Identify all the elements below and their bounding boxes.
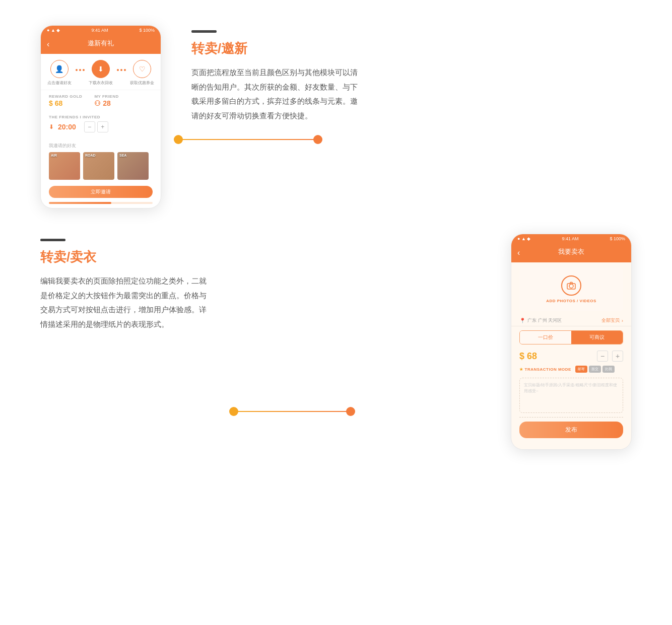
transaction-label: ★ TRANSACTION MODE <box>519 367 571 372</box>
fixed-price-button[interactable]: 一口价 <box>520 331 571 344</box>
tx-badge-1[interactable]: 邮寄 <box>575 366 587 373</box>
friend-card-air: AIR <box>49 152 80 180</box>
phone2-back-arrow[interactable]: ‹ <box>517 248 520 257</box>
connector-line-2 <box>229 410 355 412</box>
price-row: $ 68 − + <box>511 349 631 364</box>
price-type-row: 一口价 可商议 <box>519 330 623 344</box>
location-row: 📍 广东 广州 天河区 全部宝贝 › <box>511 315 631 326</box>
reward-gold-value: $ 68 <box>49 99 62 107</box>
top-section: ● ▲ ◆ 9:41 AM $ 100% ‹ 邀新有礼 👤 点击邀请好友 ⬇ 下… <box>0 5 672 209</box>
phone1-back-arrow[interactable]: ‹ <box>47 40 49 49</box>
phone1-status-right: $ 100% <box>139 28 155 33</box>
invite-progress-fill <box>49 202 111 204</box>
step1-label: 点击邀请好友 <box>47 80 72 86</box>
countdown-controls: − + <box>84 121 108 132</box>
dot5 <box>120 69 122 71</box>
invite-progress-bar <box>49 202 153 204</box>
invite-button[interactable]: 立即邀请 <box>49 186 153 198</box>
phone1-steps: 👤 点击邀请好友 ⬇ 下载衣衣回收 ♡ 获取优惠券金 <box>41 54 161 90</box>
step-coupon-icon: ♡ <box>133 60 151 78</box>
friends-title: 我邀请的好友 <box>49 143 153 149</box>
step-dots-1 <box>76 69 85 71</box>
top-text-panel: 转卖/邀新 页面把流程放至当前且颜色区别与其他模块可以清晰的告知用户。其次所获的… <box>161 20 632 123</box>
invited-label: THE FRIENDS I INVITED <box>49 115 153 119</box>
star-icon: ★ <box>519 367 523 372</box>
step-download: ⬇ 下载衣衣回收 <box>88 60 113 86</box>
reward-friend: MY FRIEND ⚇ 28 <box>94 94 118 108</box>
negotiable-price-button[interactable]: 可商议 <box>571 331 623 344</box>
price-controls: − + <box>597 351 623 362</box>
dot3 <box>83 69 85 71</box>
connector-dot-left-2 <box>229 407 238 416</box>
dot4 <box>117 69 119 71</box>
tx-label-text: TRANSACTION MODE <box>525 367 571 372</box>
reward-gold: REWARD GOLD $ 68 <box>49 94 82 108</box>
increment-button[interactable]: + <box>97 121 108 132</box>
reward-row: REWARD GOLD $ 68 MY FRIEND ⚇ 28 <box>49 94 153 108</box>
location-left: 📍 广东 广州 天河区 <box>519 317 562 324</box>
pin-icon: 📍 <box>519 318 525 323</box>
phone2-status-left: ● ▲ ◆ <box>517 236 530 241</box>
camera-icon <box>561 275 581 296</box>
phone1-header: ‹ 邀新有礼 <box>41 35 161 54</box>
connector-dot-left-1 <box>174 135 183 144</box>
svg-point-0 <box>569 284 573 288</box>
step-download-icon: ⬇ <box>92 60 110 78</box>
top-section-title: 转卖/邀新 <box>191 40 632 57</box>
publish-button[interactable]: 发布 <box>519 422 623 438</box>
dot6 <box>124 69 126 71</box>
location-right-text: 全部宝贝 <box>601 317 620 324</box>
dot1 <box>76 69 78 71</box>
connector-dot-right-2 <box>346 407 355 416</box>
upload-text: ADD PHOTOS / VIDEOS <box>527 299 615 303</box>
card-air-label: AIR <box>49 152 80 159</box>
location-right[interactable]: 全部宝贝 › <box>601 317 623 324</box>
countdown-time: 20:00 <box>58 123 76 131</box>
card-sea-label: SEA <box>117 152 149 159</box>
step-invite-icon: 👤 <box>50 60 69 78</box>
transaction-row: ★ TRANSACTION MODE 邮寄 面交 比我 <box>511 364 631 375</box>
description-textarea[interactable]: 宝贝标题/转手原因/入手渠道/粗略尺寸/新旧程度和使用感受~ <box>519 378 623 413</box>
dashed-divider <box>519 417 623 418</box>
bottom-text-panel: 转卖/卖衣 编辑我要卖衣的页面除拍照定位功能之类外，二就是价格定义的大按钮作为最… <box>40 234 511 331</box>
friend-value: ⚇ 28 <box>94 99 110 107</box>
connector-line-1 <box>174 138 322 140</box>
phone2-header: ‹ 我要卖衣 <box>511 243 631 262</box>
top-section-divider <box>191 30 217 33</box>
friends-cards: AIR ROAD SEA <box>49 152 153 180</box>
phone1-my-friends: 我邀请的好友 AIR ROAD SEA <box>41 141 161 184</box>
chevron-right-icon: › <box>622 318 623 323</box>
card-road-label: ROAD <box>83 152 114 159</box>
countdown-arrow-icon: ⬇ <box>49 123 54 130</box>
tx-badge-3[interactable]: 比我 <box>602 366 615 373</box>
step-coupon: ♡ 获取优惠券金 <box>129 60 155 86</box>
tx-badges: 邮寄 面交 比我 <box>575 366 615 373</box>
phone2-status-right: $ 100% <box>610 236 625 241</box>
decrement-button[interactable]: − <box>84 121 95 132</box>
step-invite: 👤 点击邀请好友 <box>47 60 72 86</box>
location-text: 广东 广州 天河区 <box>527 317 562 324</box>
price-value: $ 68 <box>519 351 537 362</box>
bottom-section-title: 转卖/卖衣 <box>40 248 481 266</box>
bottom-section-desc: 编辑我要卖衣的页面除拍照定位功能之类外，二就是价格定义的大按钮作为最需突出的重点… <box>40 274 212 331</box>
tx-badge-2[interactable]: 面交 <box>589 366 601 373</box>
phone1-status-center: 9:41 AM <box>91 28 108 33</box>
bottom-section: 转卖/卖衣 编辑我要卖衣的页面除拍照定位功能之类外，二就是价格定义的大按钮作为最… <box>0 234 672 450</box>
step3-label: 获取优惠券金 <box>129 80 155 86</box>
upload-area[interactable]: ADD PHOTOS / VIDEOS <box>519 267 623 311</box>
friend-card-road: ROAD <box>83 152 114 180</box>
phone-mockup-2: ● ▲ ◆ 9:41 AM $ 100% ‹ 我要卖衣 ADD PHOTOS /… <box>511 234 632 450</box>
phone-mockup-1: ● ▲ ◆ 9:41 AM $ 100% ‹ 邀新有礼 👤 点击邀请好友 ⬇ 下… <box>40 25 161 209</box>
price-increment-button[interactable]: + <box>612 351 623 362</box>
phone1-invited: THE FRIENDS I INVITED ⬇ 20:00 − + <box>41 113 161 141</box>
phone2-status-center: 9:41 AM <box>562 236 578 241</box>
cream-bg-strip <box>519 443 623 449</box>
dot2 <box>79 69 81 71</box>
price-decrement-button[interactable]: − <box>597 351 608 362</box>
countdown-row: ⬇ 20:00 − + <box>49 121 153 132</box>
friend-card-sea: SEA <box>117 152 149 180</box>
phone2-status-bar: ● ▲ ◆ 9:41 AM $ 100% <box>511 234 631 243</box>
step2-label: 下载衣衣回收 <box>88 80 113 86</box>
step-dots-2 <box>117 69 126 71</box>
phone1-status-bar: ● ▲ ◆ 9:41 AM $ 100% <box>41 26 161 35</box>
